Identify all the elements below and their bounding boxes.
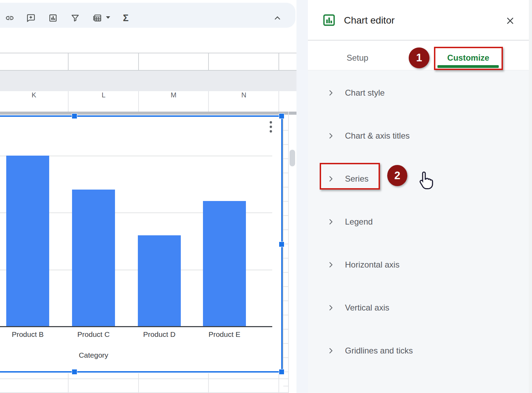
column-header-n[interactable]: N: [241, 91, 246, 99]
section-label: Chart & axis titles: [345, 131, 410, 141]
panel-body: Chart styleChart & axis titlesSeriesLege…: [308, 70, 532, 393]
section-gridlines-and-ticks[interactable]: Gridlines and ticks: [308, 343, 530, 358]
tab-setup[interactable]: Setup: [347, 53, 369, 63]
chevron-right-icon: [327, 89, 335, 97]
table-dropdown-caret-icon[interactable]: [106, 16, 110, 19]
x-axis-label: Product E: [209, 330, 240, 339]
row-divider-bar: [0, 112, 296, 115]
section-label: Legend: [345, 217, 373, 227]
header-divider: [308, 40, 532, 41]
chart-editor-icon: [322, 13, 336, 27]
annotation-box-customize: [434, 47, 503, 70]
link-icon[interactable]: [5, 13, 15, 23]
annotation-box-series: [320, 163, 380, 190]
section-vertical-axis[interactable]: Vertical axis: [308, 300, 530, 315]
x-axis-label: Product D: [143, 330, 175, 339]
x-axis-title: Category: [79, 351, 108, 359]
close-icon[interactable]: [506, 16, 515, 26]
embedded-chart[interactable]: Product BProduct CProduct DProduct E Cat…: [0, 117, 283, 371]
column-header-l[interactable]: L: [101, 91, 105, 99]
bar-product-e[interactable]: [203, 201, 246, 327]
chevron-right-icon: [327, 218, 335, 226]
section-horizontal-axis[interactable]: Horizontal axis: [308, 257, 530, 272]
add-comment-icon[interactable]: [26, 13, 36, 23]
bar-product-d[interactable]: [138, 235, 181, 327]
chevron-right-icon: [327, 304, 335, 312]
column-header-m[interactable]: M: [171, 91, 177, 99]
table-dropdown-icon[interactable]: [92, 13, 103, 23]
x-axis-label: Product B: [12, 330, 44, 339]
x-axis-line: [0, 326, 272, 327]
chevron-right-icon: [327, 132, 335, 140]
resize-handle-middle-right[interactable]: [279, 242, 284, 247]
resize-handle-top-center[interactable]: [72, 113, 77, 119]
toolbar: Σ: [0, 3, 295, 28]
chevron-right-icon: [327, 347, 335, 355]
annotation-step-2: 2: [387, 165, 407, 186]
section-legend[interactable]: Legend: [308, 214, 530, 229]
section-label: Gridlines and ticks: [345, 346, 413, 356]
section-chart-style[interactable]: Chart style: [308, 85, 530, 101]
section-label: Vertical axis: [345, 303, 389, 313]
chart-selection-border-top: [0, 115, 283, 117]
insert-chart-icon[interactable]: [48, 13, 58, 23]
bar-product-b[interactable]: [6, 156, 49, 327]
sum-functions-icon[interactable]: Σ: [123, 13, 128, 24]
section-chart-axis-titles[interactable]: Chart & axis titles: [308, 128, 530, 143]
resize-handle-bottom-right[interactable]: [279, 369, 284, 375]
resize-handle-top-right[interactable]: [279, 113, 284, 119]
panel-title: Chart editor: [344, 15, 394, 26]
section-label: Chart style: [345, 88, 385, 98]
chart-menu-icon[interactable]: [269, 120, 276, 135]
pointer-cursor-icon: [418, 171, 435, 191]
window-scrollbar-track[interactable]: [529, 0, 532, 393]
panel-gap-background: [296, 0, 308, 393]
section-label: Horizontal axis: [345, 260, 399, 270]
highlighted-row[interactable]: [0, 71, 296, 91]
grid-rows-right-strip: [283, 116, 289, 393]
chevron-right-icon: [327, 261, 335, 269]
filter-icon[interactable]: [70, 13, 80, 23]
bar-product-c[interactable]: [72, 190, 115, 327]
annotation-step-1: 1: [409, 47, 429, 68]
resize-handle-bottom-center[interactable]: [72, 369, 77, 375]
chart-selection-border-bottom: [0, 371, 283, 373]
vertical-scrollbar-thumb[interactable]: [290, 150, 295, 166]
x-axis-label: Product C: [77, 330, 109, 339]
collapse-toolbar-icon[interactable]: [272, 13, 283, 23]
app-window: Σ K L M N: [0, 0, 532, 393]
column-header-k[interactable]: K: [32, 91, 36, 99]
